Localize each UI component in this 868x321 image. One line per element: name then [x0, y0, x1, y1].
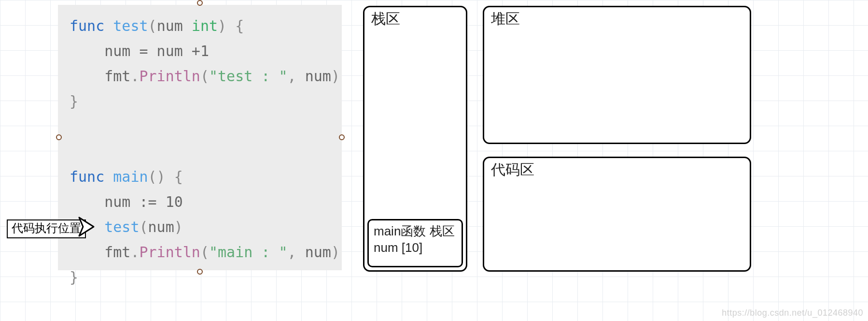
string-main: "main : " — [209, 244, 288, 261]
println-fn-main: Println — [140, 244, 200, 261]
code-region: 代码区 — [483, 157, 751, 272]
string-test: "test : " — [209, 68, 288, 85]
keyword-func: func — [70, 17, 104, 34]
type-int: int — [192, 17, 218, 34]
println-fn: Println — [140, 68, 200, 85]
stack-frame-main: main函数 栈区 num [10] — [367, 219, 463, 267]
heap-region-title: 堆区 — [491, 9, 520, 29]
arrow-label-text: 代码执行位置 — [12, 221, 81, 234]
stack-frame-line2: num [10] — [374, 240, 457, 256]
stack-region-title: 栈区 — [371, 9, 400, 29]
keyword-func-main: func — [70, 168, 104, 185]
handle-top[interactable] — [197, 0, 203, 6]
code-region-title: 代码区 — [491, 160, 534, 180]
stack-region: 栈区 main函数 栈区 num [10] — [363, 6, 467, 272]
code-text: func test(num int) { num = num +1 fmt.Pr… — [70, 14, 337, 290]
handle-bottom[interactable] — [197, 269, 203, 275]
fmt-obj: fmt — [104, 68, 130, 85]
assign-line: num = num +1 — [104, 43, 209, 59]
main-call-arg: num — [148, 219, 174, 235]
arrow-icon — [78, 215, 98, 239]
heap-region: 堆区 — [483, 6, 751, 144]
param-num: num — [157, 17, 183, 34]
code-block: func test(num int) { num = num +1 fmt.Pr… — [58, 5, 342, 270]
fn-main: main — [113, 168, 148, 185]
watermark-text: https://blog.csdn.net/u_012468940 — [722, 308, 863, 318]
stack-frame-line1: main函数 栈区 — [374, 223, 457, 240]
arg-num-main: num — [305, 244, 331, 261]
handle-left[interactable] — [56, 134, 62, 140]
main-decl: num := 10 — [104, 193, 183, 210]
diagram-canvas: func test(num int) { num = num +1 fmt.Pr… — [0, 0, 868, 321]
main-call-test: test — [104, 219, 139, 235]
svg-marker-0 — [79, 218, 94, 236]
fn-test: test — [113, 17, 148, 34]
handle-right[interactable] — [339, 134, 345, 140]
arrow-label: 代码执行位置 — [7, 219, 86, 238]
fmt-obj-main: fmt — [104, 244, 130, 261]
arg-num: num — [305, 68, 331, 85]
